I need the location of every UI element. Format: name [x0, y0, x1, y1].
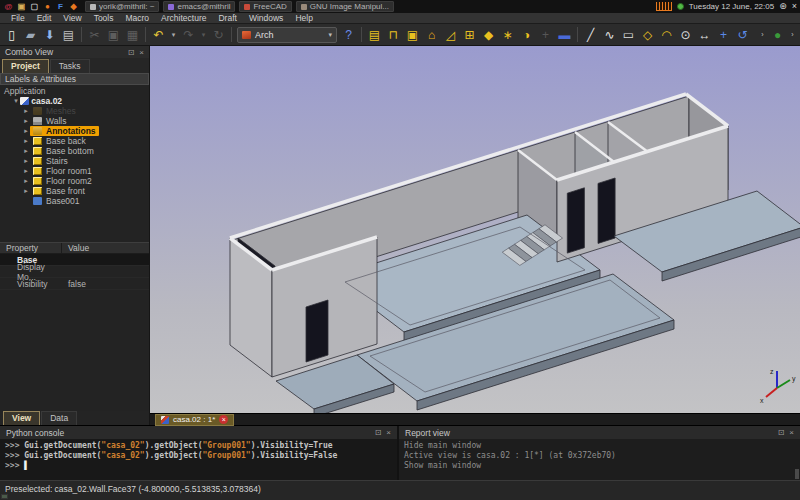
float-panel-icon[interactable]: ⊡ — [778, 428, 785, 437]
menu-edit[interactable]: Edit — [31, 13, 58, 24]
draft-dimension-icon[interactable]: ↔ — [695, 26, 714, 44]
close-session-icon[interactable]: × — [792, 2, 797, 11]
draft-circle-icon[interactable]: ⊙ — [676, 26, 695, 44]
toolbar-overflow-icon[interactable]: › — [787, 26, 798, 44]
collapse-icon[interactable]: ▾ — [12, 97, 20, 105]
arch-schedule-icon[interactable]: ▣ — [403, 26, 422, 44]
arch-wall-icon[interactable]: ▤ — [365, 26, 384, 44]
taskbar-window-button[interactable]: yorik@mithril: ~ — [85, 1, 159, 12]
draft-move-icon[interactable]: + — [714, 26, 733, 44]
expand-icon[interactable]: ▸ — [22, 127, 30, 135]
arch-structure-icon[interactable]: ⊓ — [384, 26, 403, 44]
tree-item[interactable]: Base001 — [0, 196, 149, 206]
firefox-icon[interactable]: ● — [42, 1, 53, 12]
workbench-selector[interactable]: Arch ▾ — [237, 27, 337, 43]
menu-view[interactable]: View — [57, 13, 87, 24]
cpu-monitor-icon[interactable] — [656, 2, 672, 11]
draft-arc-icon[interactable]: ◠ — [657, 26, 676, 44]
expand-icon[interactable]: ▸ — [22, 167, 30, 175]
fontforge-icon[interactable]: F — [55, 1, 66, 12]
arch-section-plane-icon[interactable]: ◆ — [479, 26, 498, 44]
close-panel-icon[interactable]: × — [386, 428, 391, 437]
paste-icon[interactable]: ▦ — [123, 26, 142, 44]
terminal-icon[interactable]: ▢ — [29, 1, 40, 12]
python-console-input[interactable]: >>> Gui.getDocument("casa_02").getObject… — [0, 439, 397, 480]
arch-add-component-icon[interactable]: + — [536, 26, 555, 44]
menu-architecture[interactable]: Architecture — [155, 13, 212, 24]
copy-icon[interactable]: ▣ — [104, 26, 123, 44]
tree-root-application[interactable]: Application — [0, 86, 149, 96]
file-manager-icon[interactable]: ▣ — [16, 1, 27, 12]
tree-item[interactable]: ▸Annotations — [0, 126, 149, 136]
whats-this-icon[interactable]: ? — [339, 26, 358, 44]
taskbar-window-button[interactable]: emacs@mithril — [163, 1, 235, 12]
tab-project[interactable]: Project — [2, 59, 49, 73]
property-row[interactable]: Visibilityfalse — [0, 278, 149, 290]
wmaker-logo-icon[interactable]: @ — [3, 1, 14, 12]
notification-icon[interactable] — [677, 3, 684, 10]
tree-item[interactable]: ▸Base bottom — [0, 146, 149, 156]
draft-rectangle-icon[interactable]: ▭ — [619, 26, 638, 44]
float-panel-icon[interactable]: ⊡ — [375, 428, 382, 437]
undo-dropdown-icon[interactable]: ▾ — [168, 26, 179, 44]
menu-macro[interactable]: Macro — [119, 13, 155, 24]
menu-draft[interactable]: Draft — [212, 13, 242, 24]
tree-item-document[interactable]: ▾ casa.02 — [0, 96, 149, 106]
draft-polygon-icon[interactable]: ◇ — [638, 26, 657, 44]
expand-icon[interactable]: ▸ — [22, 117, 30, 125]
float-panel-icon[interactable]: ⊡ — [128, 48, 135, 57]
expand-icon[interactable]: ▸ — [22, 107, 30, 115]
redo-icon[interactable]: ↷ — [179, 26, 198, 44]
new-file-icon[interactable]: ▯ — [2, 26, 21, 44]
taskbar-window-button[interactable]: GNU Image Manipul... — [296, 1, 394, 12]
menu-windows[interactable]: Windows — [243, 13, 289, 24]
close-panel-icon[interactable]: × — [139, 48, 144, 57]
tree-item[interactable]: ▸Base front — [0, 186, 149, 196]
expand-icon[interactable]: ▸ — [22, 137, 30, 145]
print-icon[interactable]: ▤ — [59, 26, 78, 44]
draft-line-icon[interactable]: ╱ — [581, 26, 600, 44]
property-row[interactable]: Display Mo... — [0, 266, 149, 278]
3d-viewport[interactable]: z y x — [150, 46, 800, 413]
tab-tasks[interactable]: Tasks — [50, 59, 90, 73]
arch-remove-component-icon[interactable]: ▬ — [555, 26, 574, 44]
launcher-icons: @▣▢●F◆ — [3, 1, 79, 12]
document-tab[interactable]: casa.02 : 1* × — [155, 414, 234, 426]
tree-item[interactable]: ▸Floor room1 — [0, 166, 149, 176]
tab-view[interactable]: View — [3, 411, 40, 425]
draft-wire-icon[interactable]: ∿ — [600, 26, 619, 44]
tree-item[interactable]: ▸Walls — [0, 116, 149, 126]
blender-icon[interactable]: ◆ — [68, 1, 79, 12]
expand-icon[interactable]: ▸ — [22, 177, 30, 185]
cut-icon[interactable]: ✂ — [85, 26, 104, 44]
undo-icon[interactable]: ↶ — [149, 26, 168, 44]
tree-item[interactable]: ▸Floor room2 — [0, 176, 149, 186]
settings-icon[interactable]: ⊛ — [779, 2, 787, 11]
arch-window-icon[interactable]: ⊞ — [460, 26, 479, 44]
tree-item[interactable]: ▸Base back — [0, 136, 149, 146]
lock-icon[interactable]: ● — [768, 26, 787, 44]
menu-tools[interactable]: Tools — [88, 13, 120, 24]
close-panel-icon[interactable]: × — [789, 428, 794, 437]
expand-icon[interactable]: ▸ — [22, 147, 30, 155]
scrollbar[interactable] — [795, 469, 799, 479]
draft-rotate-icon[interactable]: ↺ — [733, 26, 752, 44]
redo-dropdown-icon[interactable]: ▾ — [198, 26, 209, 44]
arch-survey-icon[interactable]: ◑ — [517, 26, 536, 44]
save-icon[interactable]: ⬇ — [40, 26, 59, 44]
taskbar-window-button[interactable]: FreeCAD — [239, 1, 291, 12]
tree-item[interactable]: ▸Meshes — [0, 106, 149, 116]
toolbar-overflow-icon[interactable]: › — [757, 26, 768, 44]
expand-icon[interactable]: ▸ — [22, 187, 30, 195]
tab-data[interactable]: Data — [41, 411, 77, 425]
close-tab-icon[interactable]: × — [219, 415, 228, 424]
arch-roof-icon[interactable]: ◿ — [441, 26, 460, 44]
arch-axis-icon[interactable]: ∗ — [498, 26, 517, 44]
refresh-icon[interactable]: ↻ — [209, 26, 228, 44]
expand-icon[interactable]: ▸ — [22, 157, 30, 165]
tree-item[interactable]: ▸Stairs — [0, 156, 149, 166]
menu-help[interactable]: Help — [289, 13, 318, 24]
open-folder-icon[interactable]: ▰ — [21, 26, 40, 44]
arch-building-icon[interactable]: ⌂ — [422, 26, 441, 44]
menu-file[interactable]: File — [5, 13, 31, 24]
